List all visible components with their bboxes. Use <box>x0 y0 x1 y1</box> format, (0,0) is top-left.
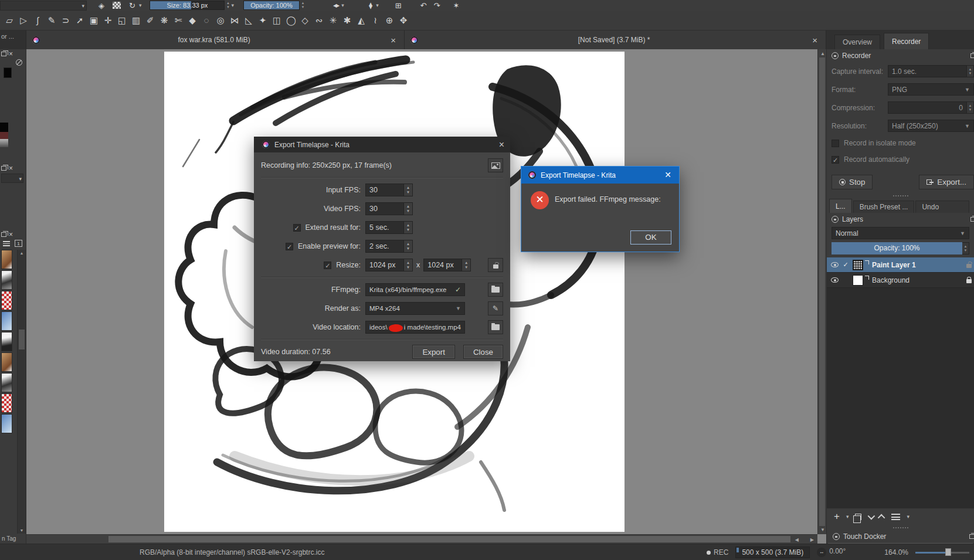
visibility-eye-icon[interactable] <box>831 277 839 283</box>
extend-result-field[interactable]: 5 sec. <box>365 221 404 234</box>
tag-icon[interactable]: 1 <box>15 240 22 247</box>
brush-preset-thumbnail[interactable] <box>1 270 12 290</box>
spinner-icon[interactable]: ▲▼ <box>967 65 974 77</box>
ok-button[interactable]: OK <box>630 230 671 245</box>
crop-tool[interactable]: ◱ <box>117 15 127 26</box>
extend-result-checkbox[interactable] <box>293 224 301 232</box>
brush-preset-thumbnail[interactable] <box>1 250 12 269</box>
mirror-horizontal-icon[interactable]: ◀▶ <box>333 3 339 8</box>
color-gradient-swatch[interactable] <box>0 139 8 147</box>
docker-splitter[interactable] <box>827 525 974 530</box>
layer-properties-button[interactable] <box>891 514 900 520</box>
left-docker-combo[interactable]: ▾ <box>1 174 23 183</box>
scroll-right-icon[interactable]: ▶ <box>810 537 814 542</box>
scrollbar-thumb[interactable] <box>19 330 25 349</box>
freehand-path-tool[interactable]: ✎ <box>47 15 56 26</box>
ffmpeg-path-field[interactable]: Krita (x64)/bin/ffmpeg.exe✓ <box>365 283 465 296</box>
export-button[interactable]: Export <box>412 345 455 359</box>
spinner-icon[interactable]: ▲▼ <box>404 221 413 234</box>
tab-recorder[interactable]: Recorder <box>884 33 929 49</box>
dynamic-brush-tool[interactable]: ⊃ <box>61 15 70 26</box>
tab-layers[interactable]: L... <box>829 199 852 213</box>
spinner-icon[interactable]: ▲▼ <box>404 184 413 196</box>
menu-icon[interactable] <box>3 241 10 246</box>
spinner-icon[interactable]: ▲▼ <box>404 202 413 215</box>
no-color-icon[interactable] <box>16 59 22 66</box>
tab-undo-history[interactable]: Undo <box>915 201 969 213</box>
zoom-slider-handle[interactable] <box>945 548 951 556</box>
size-slider[interactable]: Size: 83.33 px <box>150 1 225 10</box>
enable-preview-checkbox[interactable] <box>286 243 293 250</box>
docker-lock-icon[interactable] <box>832 216 839 223</box>
eraser-mode-icon[interactable]: ◈ <box>99 1 104 11</box>
video-fps-field[interactable]: 30 <box>365 202 404 215</box>
layer-thumbnail[interactable] <box>853 260 863 270</box>
visibility-eye-icon[interactable] <box>831 262 839 267</box>
measure-tool[interactable]: ◺ <box>244 15 253 26</box>
resize-height-field[interactable]: 1024 px <box>423 259 462 271</box>
document-tab-not-saved[interactable]: [Not Saved] (3.7 MiB) * × <box>405 30 826 49</box>
size-spinner[interactable]: ▲▼ <box>225 1 231 10</box>
rectangular-selection-tool[interactable]: ◫ <box>272 15 281 26</box>
dialog-titlebar[interactable]: Export Timelapse - Krita × <box>254 137 510 152</box>
colorize-mask-tool[interactable]: ◎ <box>216 15 225 26</box>
chevron-down-icon[interactable]: ▾ <box>341 1 344 9</box>
resolution-dropdown[interactable]: Half (250x250)▼ <box>888 120 974 132</box>
blend-mode-dropdown[interactable]: Normal▼ <box>832 227 969 239</box>
freehand-selection-tool[interactable]: ∾ <box>314 15 324 26</box>
reload-preset-icon[interactable]: ↻ <box>129 1 135 11</box>
lock-closed-icon[interactable] <box>966 279 972 283</box>
horizontal-scrollbar[interactable]: ◀ ▶ <box>26 534 817 544</box>
spinner-icon[interactable]: ▲▼ <box>962 242 969 254</box>
spinner-icon[interactable]: ▲▼ <box>404 259 413 271</box>
vertical-scrollbar[interactable]: ▲ ▼ <box>817 49 826 534</box>
resize-checkbox[interactable] <box>324 262 331 269</box>
smart-patch-tool[interactable]: ✄ <box>174 15 183 26</box>
float-docker-icon[interactable] <box>1 232 6 237</box>
foreground-color-swatch[interactable] <box>4 67 12 78</box>
brush-list-scrollbar[interactable]: ▲ ▼ <box>17 250 26 534</box>
close-button[interactable]: Close <box>463 345 503 359</box>
export-recording-button[interactable]: Export... <box>919 175 974 189</box>
scroll-left-icon[interactable]: ◀ <box>795 537 799 542</box>
opacity-spinner[interactable]: ▲▼ <box>300 1 306 10</box>
stop-button[interactable]: Stop <box>832 175 873 189</box>
float-docker-icon[interactable] <box>970 217 974 222</box>
record-automatically-checkbox[interactable] <box>832 156 839 164</box>
polyline-tool[interactable]: ▷ <box>19 15 28 26</box>
lock-open-icon[interactable] <box>966 264 972 268</box>
brush-preset-thumbnail[interactable] <box>1 332 12 351</box>
bezier-curve-tool[interactable]: ∫ <box>33 15 42 25</box>
spinner-icon[interactable]: ▲▼ <box>404 240 413 253</box>
move-layer-up-button[interactable] <box>878 514 885 521</box>
layer-row-background[interactable]: Background a <box>827 273 974 288</box>
document-tab-fox-war[interactable]: fox war.kra (581.0 MiB) × <box>26 30 405 49</box>
format-dropdown[interactable]: PNG▼ <box>888 83 974 96</box>
blending-mode-combo[interactable]: ▾ <box>0 1 87 11</box>
chevron-down-icon[interactable]: ▾ <box>907 513 909 521</box>
chevron-down-icon[interactable]: ▾ <box>846 513 849 521</box>
tab-overview[interactable]: Overview <box>834 35 880 49</box>
assistants-tool[interactable]: ⋈ <box>230 15 239 26</box>
scrollbar-thumb[interactable] <box>819 57 825 526</box>
scroll-down-icon[interactable]: ▼ <box>820 527 825 532</box>
video-location-field[interactable]: ideos\i made\testing.mp4 <box>365 321 465 334</box>
enable-preview-field[interactable]: 2 sec. <box>365 240 404 253</box>
close-icon[interactable]: × <box>388 35 398 45</box>
pattern-editing-tool[interactable]: ❋ <box>159 15 169 26</box>
layer-checkbox[interactable]: ✓ <box>841 261 850 269</box>
brush-preset-thumbnail[interactable] <box>1 291 12 310</box>
zoom-slider[interactable] <box>915 548 969 556</box>
similar-color-selection-tool[interactable]: ✳ <box>328 15 338 26</box>
tab-brush-presets[interactable]: Brush Preset ... <box>853 201 915 213</box>
polygon-tool[interactable]: ▱ <box>5 15 14 26</box>
preserve-alpha-icon[interactable] <box>113 2 121 9</box>
move-tool[interactable]: ✛ <box>103 15 113 26</box>
brush-preset-thumbnail[interactable] <box>1 311 12 331</box>
left-docker-partial-tab[interactable]: or ... <box>0 30 26 49</box>
location-browse-button[interactable] <box>488 320 503 334</box>
duplicate-layer-button[interactable] <box>855 514 861 520</box>
render-as-dropdown[interactable]: MP4 x264▼ <box>365 302 465 315</box>
brush-preset-thumbnail[interactable] <box>1 352 12 372</box>
close-icon[interactable]: × <box>9 165 13 171</box>
